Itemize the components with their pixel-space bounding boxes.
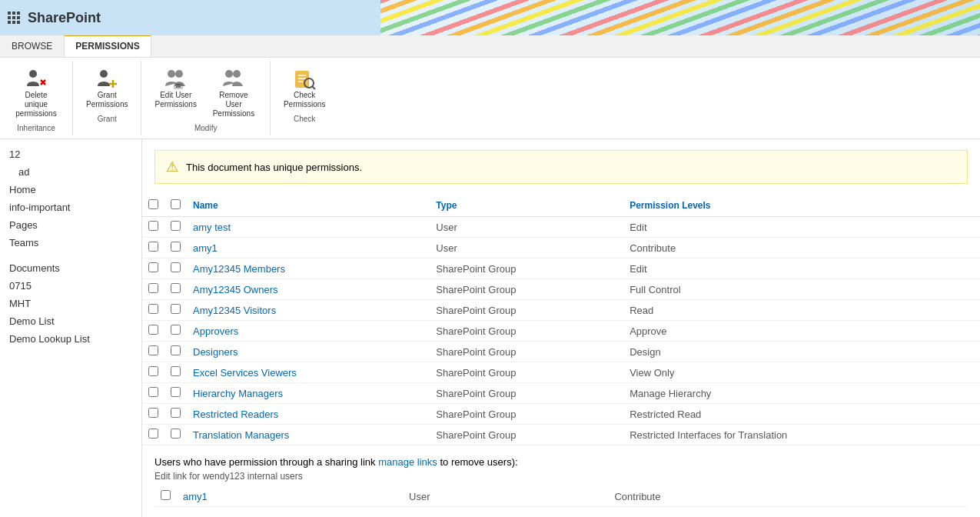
row-checkbox-2[interactable] — [171, 283, 181, 293]
row-checkbox-1[interactable] — [148, 345, 158, 355]
grant-permissions-button[interactable]: GrantPermissions — [81, 64, 133, 112]
row-checkbox-2[interactable] — [171, 366, 181, 376]
sidebar-item-demo-list[interactable]: Demo List — [0, 312, 141, 330]
svg-point-0 — [29, 70, 37, 78]
svg-point-12 — [233, 70, 241, 78]
row-checkbox-2[interactable] — [171, 242, 181, 252]
row-checkbox-1[interactable] — [148, 366, 158, 376]
row-checkbox-1[interactable] — [148, 408, 158, 418]
sharing-sub-label: Edit link for wendy123 internal users — [154, 471, 968, 482]
sharing-table-row: amy1 User Contribute — [154, 486, 968, 507]
table-row: Hierarchy Managers SharePoint Group Mana… — [142, 383, 980, 404]
ribbon-buttons-grant: GrantPermissions — [81, 64, 133, 112]
row-permission-level: Full Control — [623, 279, 980, 300]
row-checkbox-2[interactable] — [171, 262, 181, 272]
svg-line-18 — [312, 86, 315, 89]
row-permission-level: Contribute — [623, 238, 980, 258]
row-permission-level: Design — [623, 342, 980, 362]
row-name-link[interactable]: Hierarchy Managers — [193, 388, 283, 399]
edit-user-permissions-label: Edit UserPermissions — [154, 91, 196, 109]
row-name-link[interactable]: amy1 — [193, 242, 218, 254]
row-name-link[interactable]: Designers — [193, 346, 238, 358]
warning-banner: ⚠ This document has unique permissions. — [154, 150, 968, 184]
sidebar-item-pages[interactable]: Pages — [0, 216, 141, 234]
sidebar-item-ad[interactable]: ad — [0, 163, 141, 181]
row-checkbox-1[interactable] — [148, 325, 158, 335]
row-permission-level: Read — [623, 300, 980, 321]
row-checkbox-1[interactable] — [148, 429, 158, 439]
row-type: SharePoint Group — [430, 342, 623, 362]
sidebar-item-mht[interactable]: MHT — [0, 295, 141, 312]
row-name-link[interactable]: Restricted Readers — [193, 409, 278, 420]
check-permissions-label: CheckPermissions — [284, 91, 325, 109]
row-checkbox-1[interactable] — [148, 387, 158, 397]
check-permissions-button[interactable]: CheckPermissions — [278, 64, 331, 112]
row-checkbox-1[interactable] — [148, 283, 158, 293]
delete-unique-permissions-button[interactable]: Delete uniquepermissions — [8, 64, 65, 121]
row-checkbox-2[interactable] — [171, 429, 181, 439]
sidebar-item-info-important[interactable]: info-important — [0, 198, 141, 216]
ribbon-tabs: BROWSE PERMISSIONS — [0, 35, 980, 58]
col-header-cb1 — [142, 195, 164, 217]
row-checkbox-2[interactable] — [171, 304, 181, 314]
sidebar-item-demo-lookup-list[interactable]: Demo Lookup List — [0, 330, 141, 348]
edit-user-permissions-button[interactable]: Edit UserPermissions — [149, 64, 201, 121]
col-header-permission-levels: Permission Levels — [623, 195, 980, 217]
row-name-link[interactable]: Approvers — [193, 325, 238, 337]
ribbon: BROWSE PERMISSIONS Delete uniquepermissi… — [0, 35, 980, 139]
sidebar-item-12[interactable]: 12 — [0, 145, 141, 163]
row-type: SharePoint Group — [430, 425, 623, 445]
sidebar-item-0715[interactable]: 0715 — [0, 277, 141, 295]
row-checkbox-2[interactable] — [171, 387, 181, 397]
row-checkbox-2[interactable] — [171, 221, 181, 231]
row-name-link[interactable]: amy test — [193, 222, 231, 233]
row-checkbox-1[interactable] — [148, 221, 158, 231]
sharing-title: Users who have permission through a shar… — [154, 456, 968, 468]
ribbon-group-check-label: Check — [294, 115, 315, 123]
select-all-checkbox[interactable] — [148, 199, 158, 209]
manage-links-link[interactable]: manage links — [378, 456, 437, 468]
share-row-permission-level: Contribute — [608, 486, 968, 507]
share-row-checkbox[interactable] — [161, 490, 171, 500]
remove-user-permissions-button[interactable]: Remove UserPermissions — [205, 64, 262, 121]
sharing-table: amy1 User Contribute — [154, 486, 968, 507]
app-title: SharePoint — [28, 10, 101, 26]
row-name-link[interactable]: Excel Services Viewers — [193, 367, 297, 379]
share-row-name-link[interactable]: amy1 — [183, 491, 208, 502]
sidebar-item-documents[interactable]: Documents — [0, 259, 141, 277]
row-type: SharePoint Group — [430, 383, 623, 404]
delete-permissions-label: Delete uniquepermissions — [13, 91, 59, 118]
row-permission-level: Manage Hierarchy — [623, 383, 980, 404]
ribbon-group-inheritance: Delete uniquepermissions Inheritance — [0, 61, 73, 135]
top-banner — [380, 0, 980, 35]
row-checkbox-1[interactable] — [148, 242, 158, 252]
ribbon-group-modify-label: Modify — [194, 124, 217, 132]
sidebar: 12 ad Home info-important Pages Teams Do… — [0, 139, 142, 517]
row-checkbox-1[interactable] — [148, 304, 158, 314]
remove-user-permissions-label: Remove UserPermissions — [211, 91, 257, 118]
app-grid-icon[interactable] — [8, 12, 20, 24]
row-checkbox-2[interactable] — [171, 325, 181, 335]
row-checkbox-1[interactable] — [148, 262, 158, 272]
row-permission-level: Restricted Read — [623, 404, 980, 425]
row-name-link[interactable]: Amy12345 Members — [193, 263, 285, 275]
row-type: SharePoint Group — [430, 404, 623, 425]
select-all-checkbox-2[interactable] — [171, 199, 181, 209]
table-row: amy test User Edit — [142, 217, 980, 238]
top-bar: SharePoint — [0, 0, 980, 35]
row-checkbox-2[interactable] — [171, 345, 181, 355]
row-name-link[interactable]: Amy12345 Visitors — [193, 305, 276, 316]
ribbon-group-check: CheckPermissions Check — [271, 61, 338, 135]
row-name-link[interactable]: Translation Managers — [193, 429, 289, 441]
sidebar-item-home[interactable]: Home — [0, 181, 141, 198]
tab-permissions[interactable]: PERMISSIONS — [64, 35, 151, 57]
row-checkbox-2[interactable] — [171, 408, 181, 418]
ribbon-content: Delete uniquepermissions Inheritance — [0, 58, 980, 138]
sidebar-item-teams[interactable]: Teams — [0, 234, 141, 252]
ribbon-buttons-check: CheckPermissions — [278, 64, 331, 112]
row-name-link[interactable]: Amy12345 Owners — [193, 284, 278, 295]
tab-browse[interactable]: BROWSE — [0, 35, 64, 57]
table-row: Excel Services Viewers SharePoint Group … — [142, 362, 980, 383]
row-permission-level: Approve — [623, 321, 980, 342]
table-row: amy1 User Contribute — [142, 238, 980, 258]
